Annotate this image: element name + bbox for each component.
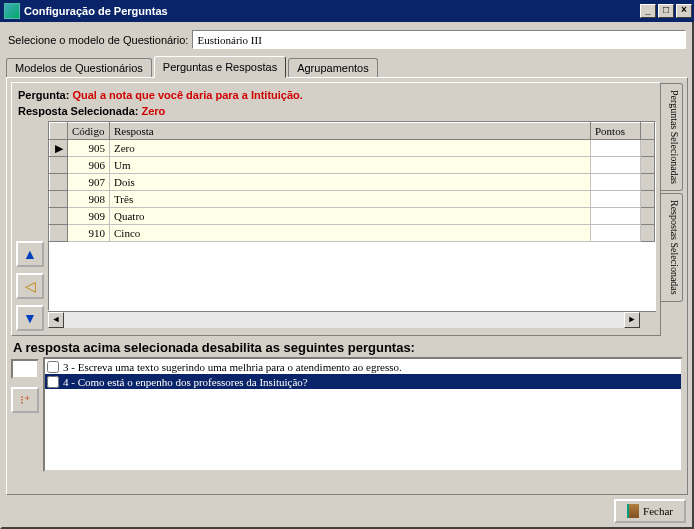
- pergunta-text: Qual a nota que você daria para a Intitu…: [72, 89, 302, 101]
- col-resposta[interactable]: Resposta: [110, 123, 591, 140]
- cell-resposta[interactable]: Um: [110, 157, 591, 174]
- maximize-button[interactable]: □: [658, 4, 674, 18]
- cell-resposta[interactable]: Dois: [110, 174, 591, 191]
- answers-grid[interactable]: Código Resposta Pontos ▶905Zero906Um907D…: [48, 121, 656, 311]
- cell-spacer: [641, 225, 655, 242]
- filter-input[interactable]: [11, 359, 39, 379]
- table-row[interactable]: 906Um: [50, 157, 655, 174]
- arrow-down-icon: ▼: [23, 310, 37, 326]
- tab-modelos[interactable]: Modelos de Questionários: [6, 58, 152, 77]
- cell-codigo[interactable]: 908: [68, 191, 110, 208]
- disabled-questions-list[interactable]: 3 - Escreva uma texto sugerindo uma melh…: [43, 357, 683, 472]
- list-item-checkbox[interactable]: [47, 376, 59, 388]
- row-marker: [50, 157, 68, 174]
- tab-body: Pergunta: Qual a nota que você daria par…: [6, 77, 688, 495]
- cell-resposta[interactable]: Quatro: [110, 208, 591, 225]
- table-row[interactable]: 910Cinco: [50, 225, 655, 242]
- cell-resposta[interactable]: Três: [110, 191, 591, 208]
- titlebar[interactable]: Configuração de Perguntas _ □ ×: [0, 0, 694, 22]
- col-codigo[interactable]: Código: [68, 123, 110, 140]
- list-item-text: 3 - Escreva uma texto sugerindo uma melh…: [63, 361, 402, 373]
- cell-spacer: [641, 140, 655, 157]
- resposta-selecionada-text: Zero: [142, 105, 166, 117]
- tree-button[interactable]: ⁝⁺: [11, 387, 39, 413]
- disable-heading: A resposta acima selecionada desabilita …: [11, 336, 683, 357]
- cell-pontos[interactable]: [591, 225, 641, 242]
- cell-spacer: [641, 191, 655, 208]
- row-marker: [50, 208, 68, 225]
- tab-perguntas-respostas[interactable]: Perguntas e Respostas: [154, 56, 286, 78]
- window-title: Configuração de Perguntas: [24, 5, 640, 17]
- cell-resposta[interactable]: Cinco: [110, 225, 591, 242]
- scroll-left-button[interactable]: ◄: [48, 312, 64, 328]
- nav-speaker-button[interactable]: ◁: [16, 273, 44, 299]
- row-marker: [50, 174, 68, 191]
- arrow-up-icon: ▲: [23, 246, 37, 262]
- col-pontos[interactable]: Pontos: [591, 123, 641, 140]
- cell-pontos[interactable]: [591, 140, 641, 157]
- questionnaire-selector-input[interactable]: [192, 30, 686, 49]
- minimize-button[interactable]: _: [640, 4, 656, 18]
- row-marker: ▶: [50, 140, 68, 157]
- close-button[interactable]: ×: [676, 4, 692, 18]
- cell-codigo[interactable]: 905: [68, 140, 110, 157]
- cell-spacer: [641, 157, 655, 174]
- cell-codigo[interactable]: 909: [68, 208, 110, 225]
- questionnaire-selector-row: Selecione o modelo de Questionário:: [6, 26, 688, 55]
- app-icon: [4, 3, 20, 19]
- grid-resize-grip: [640, 312, 656, 328]
- table-row[interactable]: 907Dois: [50, 174, 655, 191]
- cell-resposta[interactable]: Zero: [110, 140, 591, 157]
- resposta-selecionada-label: Resposta Selecionada:: [18, 105, 138, 117]
- cell-pontos[interactable]: [591, 174, 641, 191]
- table-row[interactable]: 909Quatro: [50, 208, 655, 225]
- scroll-right-button[interactable]: ►: [624, 312, 640, 328]
- list-item-checkbox[interactable]: [47, 361, 59, 373]
- row-marker: [50, 225, 68, 242]
- list-item[interactable]: 3 - Escreva uma texto sugerindo uma melh…: [45, 359, 681, 374]
- close-dialog-button[interactable]: Fechar: [614, 499, 686, 523]
- cell-codigo[interactable]: 906: [68, 157, 110, 174]
- pergunta-label: Pergunta:: [18, 89, 69, 101]
- grid-horizontal-scrollbar[interactable]: ◄ ►: [48, 311, 656, 327]
- door-icon: [627, 504, 639, 518]
- grid-corner: [50, 123, 68, 140]
- cell-pontos[interactable]: [591, 191, 641, 208]
- tab-agrupamentos[interactable]: Agrupamentos: [288, 58, 378, 77]
- cell-pontos[interactable]: [591, 208, 641, 225]
- vtab-respostas-selecionadas[interactable]: Respostas Selecionadas: [661, 193, 683, 302]
- questionnaire-selector-label: Selecione o modelo de Questionário:: [8, 34, 188, 46]
- cell-codigo[interactable]: 907: [68, 174, 110, 191]
- scroll-track[interactable]: [64, 312, 624, 328]
- speaker-icon: ◁: [25, 278, 36, 294]
- cell-codigo[interactable]: 910: [68, 225, 110, 242]
- cell-spacer: [641, 174, 655, 191]
- row-marker: [50, 191, 68, 208]
- table-row[interactable]: ▶905Zero: [50, 140, 655, 157]
- list-item-text: 4 - Como está o enpenho dos professores …: [63, 376, 308, 388]
- vtab-perguntas-selecionadas[interactable]: Perguntas Selecionadas: [661, 83, 683, 191]
- tabstrip: Modelos de Questionários Perguntas e Res…: [6, 55, 688, 77]
- table-row[interactable]: 908Três: [50, 191, 655, 208]
- col-spacer: [641, 123, 655, 140]
- cell-pontos[interactable]: [591, 157, 641, 174]
- list-item[interactable]: 4 - Como está o enpenho dos professores …: [45, 374, 681, 389]
- close-dialog-label: Fechar: [643, 505, 673, 517]
- cell-spacer: [641, 208, 655, 225]
- nav-up-button[interactable]: ▲: [16, 241, 44, 267]
- tree-icon: ⁝⁺: [20, 393, 30, 407]
- nav-down-button[interactable]: ▼: [16, 305, 44, 331]
